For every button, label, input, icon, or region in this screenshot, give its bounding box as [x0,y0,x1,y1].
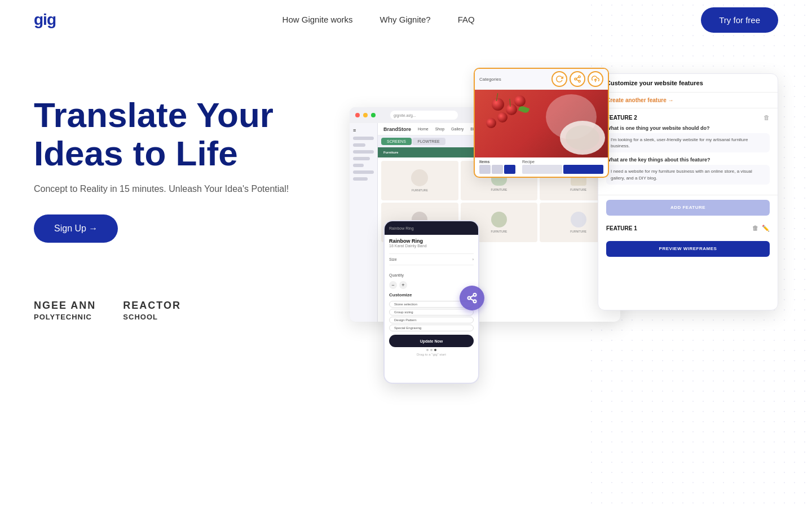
svg-line-8 [576,80,579,81]
share-button[interactable] [460,286,484,310]
phone-divider-1 [389,253,474,254]
phone-qty-row: Quantity [385,268,478,280]
hero-right-mockups: gignite.ai/g... gig WIREFRAMES ≡ [350,73,778,384]
hero-subtitle: Concept to Reality in 15 minutes. Unleas… [34,184,316,194]
svg-line-3 [470,299,474,300]
hero-title: Translate Your Ideas to Life [34,96,316,173]
ip-upload-icon[interactable] [588,71,603,87]
nav-why-gignite[interactable]: Why Gignite? [380,15,431,24]
hero-section: Translate Your Ideas to Life Concept to … [0,40,812,384]
feature-1-edit-icon[interactable]: ✏️ [762,225,770,232]
phone-action-button[interactable]: Update Now [389,335,474,347]
partner-ngee-ann: NGEE ANN POLYTECHNIC [34,299,96,322]
signup-button[interactable]: Sign Up → [34,214,118,243]
phone-footer-text: Drag to a "gig" start [385,353,478,358]
svg-point-5 [579,76,581,78]
nav-links: How Gignite works Why Gignite? FAQ [283,15,475,25]
phone-option-2[interactable]: Group sizing [389,309,474,316]
phone-header: Rainbow Ring [385,221,478,235]
nav-faq[interactable]: FAQ [458,15,475,24]
hero-left: Translate Your Ideas to Life Concept to … [34,73,316,322]
nav-how-it-works[interactable]: How Gignite works [283,15,353,24]
preview-wireframes-button[interactable]: PREVIEW WIREFRAMES [606,241,770,257]
feature-1-delete-icon[interactable]: 🗑 [752,225,758,232]
feature-2-a1: I'm looking for a sleek, user-friendly w… [606,133,770,152]
partner-reactor: REACTOR SCHOOL [123,299,181,322]
image-panel: Categories [474,68,609,178]
phone-option-4[interactable]: Special Engraving [389,325,474,331]
qty-decrease[interactable]: − [389,281,397,289]
tab-flowtree[interactable]: FLOWTREE [412,138,445,145]
navbar: gig How Gignite works Why Gignite? FAQ T… [0,0,812,40]
feature-panel: Customize your website features Create a… [598,73,778,310]
phone-size-row: Size › [385,256,478,262]
phone-nav-dots [385,349,478,351]
feature-2-q1: What is one thing your website should do… [606,125,770,131]
feature-2-block: FEATURE 2 🗑 What is one thing your websi… [598,108,778,195]
ip-categories-label: Categories [479,77,501,82]
feature-1-row: FEATURE 1 🗑 ✏️ [598,220,778,237]
window-dot-yellow [363,113,368,117]
ip-food-image [475,90,608,157]
window-dot-red [355,113,360,117]
ip-icon-group [551,71,603,87]
feature-2-a2: I need a website for my furniture busine… [606,165,770,184]
svg-point-6 [575,78,577,80]
phone-title: Rainbow Ring [389,238,474,244]
try-for-free-button[interactable]: Try for free [701,7,778,33]
phone-divider-2 [389,265,474,265]
tab-screens[interactable]: SCREENS [381,138,412,145]
phone-option-3[interactable]: Design Pattern [389,317,474,323]
ip-bottom-section: Items Recipe [475,157,608,176]
qty-increase[interactable]: + [399,281,407,289]
image-panel-header: Categories [475,69,608,90]
partner-logos: NGEE ANN POLYTECHNIC REACTOR SCHOOL [34,299,316,322]
feature-2-q2: What are the key things about this featu… [606,157,770,163]
phone-subtitle: 18 Karat Dainty Band [389,244,474,248]
feature-2-title: FEATURE 2 [606,115,637,121]
feature-panel-header: Customize your website features [598,74,778,93]
feature-2-delete-icon[interactable]: 🗑 [764,114,770,121]
browser-sidebar: ≡ [350,123,378,322]
create-feature-link[interactable]: Create another feature → [598,93,778,108]
ip-refresh-icon[interactable] [551,71,567,87]
svg-line-4 [470,295,474,297]
svg-line-9 [576,77,579,78]
window-dot-green [371,113,376,117]
furniture-card-1: FURNITURE [381,161,458,200]
logo[interactable]: gig [34,11,56,29]
add-feature-button[interactable]: ADD FEATURE [606,200,770,216]
browser-url-bar: gignite.ai/g... [390,111,458,120]
ip-share-icon[interactable] [570,71,585,87]
svg-point-7 [579,80,581,82]
